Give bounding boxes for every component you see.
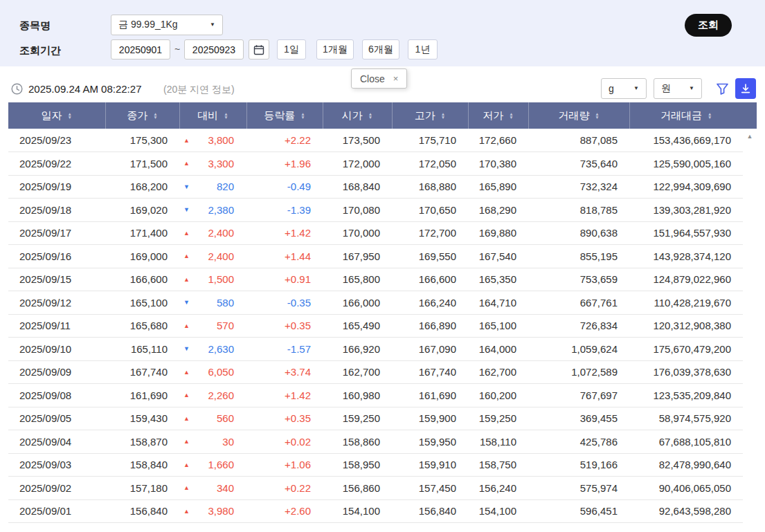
- cell-low: 158,750: [468, 453, 528, 477]
- cell-high: 156,840: [392, 499, 468, 523]
- cell-high: 167,740: [392, 360, 468, 384]
- cell-change: ▲1,660: [179, 453, 246, 477]
- download-icon: [740, 83, 751, 94]
- price-table-grid: 일자▲▼종가▲▼대비▲▼등락률▲▼시가▲▼고가▲▼저가▲▼거래량▲▼거래대금▲▼…: [8, 102, 743, 523]
- cell-change: ▲560: [179, 407, 246, 430]
- cell-rate: -1.57: [246, 338, 323, 361]
- cell-high: 166,240: [392, 291, 468, 315]
- download-button[interactable]: [735, 78, 756, 99]
- item-select[interactable]: 금 99.99_1Kg ▼: [111, 15, 223, 35]
- date-to-input[interactable]: [184, 39, 244, 59]
- price-up-arrow-icon: ▲: [183, 322, 190, 329]
- cell-volume: 855,195: [528, 245, 629, 268]
- cell-date: 2025/09/03: [8, 453, 105, 477]
- date-separator: ~: [174, 44, 180, 55]
- cell-date: 2025/09/19: [8, 175, 105, 199]
- column-header[interactable]: 시가▲▼: [323, 102, 392, 129]
- sort-icon[interactable]: ▲▼: [224, 112, 228, 119]
- sort-icon[interactable]: ▲▼: [509, 112, 513, 119]
- column-header[interactable]: 종가▲▼: [105, 102, 179, 129]
- cell-open: 168,840: [323, 175, 392, 199]
- filter-button[interactable]: [712, 78, 732, 99]
- timestamp: 2025.09.24 AM 08:22:27: [28, 83, 141, 95]
- sort-icon[interactable]: ▲▼: [708, 112, 712, 119]
- cell-close: 165,110: [105, 338, 179, 361]
- cell-open: 156,860: [323, 477, 392, 500]
- table-row: 2025/09/10165,110▼2,630-1.57166,920167,0…: [8, 338, 743, 361]
- column-header[interactable]: 거래량▲▼: [528, 102, 629, 129]
- price-up-arrow-icon: ▲: [183, 508, 190, 515]
- period-1month-button[interactable]: 1개월: [316, 39, 354, 59]
- price-down-arrow-icon: ▼: [183, 183, 190, 190]
- column-header[interactable]: 일자▲▼: [8, 102, 105, 129]
- unit-weight-select[interactable]: g ▼: [601, 78, 647, 99]
- cell-date: 2025/09/04: [8, 430, 105, 454]
- cell-volume: 519,166: [528, 453, 629, 477]
- cell-high: 159,950: [392, 430, 468, 454]
- price-down-arrow-icon: ▼: [183, 345, 190, 352]
- search-button[interactable]: 조회: [685, 14, 732, 37]
- cell-volume: 735,640: [528, 152, 629, 176]
- cell-change: ▲3,300: [179, 152, 246, 176]
- cell-volume: 818,785: [528, 199, 629, 222]
- cell-date: 2025/09/16: [8, 245, 105, 268]
- cell-close: 158,840: [105, 453, 179, 477]
- date-from-input[interactable]: [111, 39, 170, 59]
- column-header[interactable]: 등락률▲▼: [246, 102, 323, 129]
- cell-date: 2025/09/01: [8, 499, 105, 523]
- column-header-label: 시가: [342, 109, 363, 122]
- cell-volume: 1,059,624: [528, 338, 629, 361]
- cell-date: 2025/09/23: [8, 129, 105, 152]
- column-header-label: 고가: [415, 109, 435, 122]
- price-up-arrow-icon: ▲: [183, 160, 190, 167]
- close-icon[interactable]: ×: [393, 74, 399, 83]
- cell-change-value: 2,380: [208, 204, 234, 216]
- cell-rate: +1.06: [246, 453, 323, 477]
- cell-date: 2025/09/09: [8, 360, 105, 384]
- column-header[interactable]: 저가▲▼: [468, 102, 528, 129]
- cell-change-value: 2,400: [208, 250, 234, 262]
- sort-icon[interactable]: ▲▼: [441, 112, 445, 119]
- cell-high: 159,910: [392, 453, 468, 477]
- clock-icon: [11, 83, 23, 95]
- price-up-arrow-icon: ▲: [183, 253, 190, 259]
- sort-icon[interactable]: ▲▼: [300, 112, 305, 119]
- period-6month-button[interactable]: 6개월: [362, 39, 399, 59]
- sort-icon[interactable]: ▲▼: [368, 112, 372, 119]
- cell-rate: +1.42: [246, 221, 323, 245]
- cell-change-value: 580: [217, 297, 234, 309]
- sort-icon[interactable]: ▲▼: [595, 112, 599, 119]
- scroll-up-arrow-icon[interactable]: ▲: [743, 129, 757, 141]
- table-scrollbar[interactable]: ▲: [743, 129, 757, 523]
- cell-value: 67,688,105,810: [629, 430, 743, 454]
- cell-open: 170,080: [323, 199, 392, 222]
- period-1day-button[interactable]: 1일: [277, 39, 306, 59]
- unit-weight-value: g: [609, 83, 614, 94]
- price-table: 일자▲▼종가▲▼대비▲▼등락률▲▼시가▲▼고가▲▼저가▲▼거래량▲▼거래대금▲▼…: [8, 102, 757, 523]
- unit-currency-select[interactable]: 원 ▼: [654, 78, 702, 99]
- cell-open: 173,500: [323, 129, 392, 152]
- cell-low: 165,890: [468, 175, 528, 199]
- cell-date: 2025/09/08: [8, 384, 105, 407]
- chevron-down-icon: ▼: [633, 86, 639, 91]
- cell-high: 161,690: [392, 384, 468, 407]
- cell-change-value: 820: [217, 181, 234, 192]
- cell-volume: 890,638: [528, 221, 629, 245]
- cell-high: 159,900: [392, 407, 468, 430]
- column-header[interactable]: 대비▲▼: [179, 102, 246, 129]
- cell-low: 167,540: [468, 245, 528, 268]
- cell-volume: 726,834: [528, 314, 629, 338]
- cell-low: 172,660: [468, 129, 528, 152]
- cell-high: 169,550: [392, 245, 468, 268]
- calendar-button[interactable]: [249, 39, 269, 59]
- cell-high: 172,700: [392, 221, 468, 245]
- cell-low: 160,200: [468, 384, 528, 407]
- column-header[interactable]: 고가▲▼: [392, 102, 468, 129]
- column-header[interactable]: 거래대금▲▼: [629, 102, 743, 129]
- cell-low: 170,380: [468, 152, 528, 176]
- cell-value: 120,312,908,380: [629, 314, 743, 338]
- cell-value: 123,535,209,840: [629, 384, 743, 407]
- sort-icon[interactable]: ▲▼: [153, 112, 157, 119]
- sort-icon[interactable]: ▲▼: [68, 112, 72, 119]
- period-1year-button[interactable]: 1년: [408, 39, 438, 59]
